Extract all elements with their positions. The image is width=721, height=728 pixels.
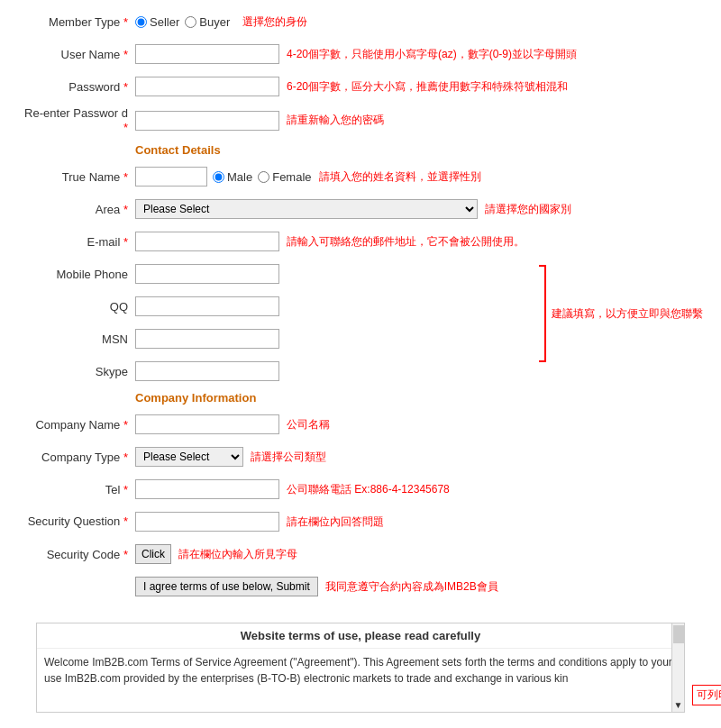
username-hint: 4-20個字數，只能使用小寫字母(az)，數字(0-9)並以字母開頭 — [287, 47, 577, 62]
company-name-hint: 公司名稱 — [287, 417, 330, 432]
tel-label: Tel * — [18, 483, 135, 496]
truename-input[interactable] — [135, 167, 207, 187]
male-radio[interactable] — [213, 171, 224, 183]
qq-input[interactable] — [135, 296, 279, 316]
member-type-group: Seller Buyer 選擇您的身份 — [135, 14, 307, 30]
scrollbar-down-arrow[interactable]: ▼ — [674, 700, 683, 710]
skype-input[interactable] — [135, 361, 279, 381]
email-input[interactable] — [135, 232, 279, 251]
company-name-input[interactable] — [135, 414, 279, 434]
terms-header: Website terms of use, please read carefu… — [37, 623, 684, 649]
member-type-hint: 選擇您的身份 — [242, 14, 307, 30]
msn-label: MSN — [18, 332, 135, 346]
buyer-radio-label[interactable]: Buyer — [185, 15, 230, 29]
email-label: E-mail * — [18, 235, 135, 249]
company-section-title: Company Information — [135, 391, 703, 405]
security-q-label: Security Question * — [18, 514, 135, 529]
bracket-hint: 建議填寫，以方便立即與您聯繫 — [552, 306, 703, 322]
seller-label: Seller — [150, 15, 179, 29]
area-select[interactable]: Please Select — [135, 199, 478, 219]
bracket-decoration — [539, 265, 546, 362]
mobile-label: Mobile Phone — [18, 268, 135, 281]
male-label: Male — [227, 170, 252, 184]
company-name-label: Company Name * — [18, 418, 135, 432]
terms-wrapper: Website terms of use, please read carefu… — [18, 623, 703, 713]
security-code-click-btn[interactable]: Click — [135, 544, 171, 564]
seller-radio[interactable] — [135, 16, 147, 28]
reenter-label: Re-enter Passwor d * — [18, 106, 135, 134]
company-type-select[interactable]: Please Select — [135, 447, 243, 467]
female-radio-label[interactable]: Female — [258, 170, 311, 184]
submit-button[interactable]: I agree terms of use below, Submit — [135, 577, 318, 596]
company-type-label: Company Type * — [18, 450, 135, 464]
email-hint: 請輸入可聯絡您的郵件地址，它不會被公開使用。 — [287, 234, 525, 250]
buyer-radio[interactable] — [185, 16, 196, 28]
scrollbar-thumb[interactable] — [673, 625, 684, 643]
security-q-hint: 請在欄位內回答問題 — [287, 514, 384, 530]
tel-hint: 公司聯絡電話 Ex:886-4-12345678 — [287, 482, 450, 497]
print-link[interactable]: 可列印版本 — [692, 685, 721, 705]
qq-label: QQ — [18, 300, 135, 314]
terms-body: Welcome ImB2B.com Terms of Service Agree… — [37, 649, 684, 712]
security-code-hint: 請在欄位內輸入所見字母 — [178, 547, 297, 562]
male-radio-label[interactable]: Male — [213, 170, 252, 184]
msn-input[interactable] — [135, 329, 279, 349]
skype-label: Skype — [18, 365, 135, 378]
submit-hint: 我同意遵守合約內容成為IMB2B會員 — [325, 579, 498, 595]
buyer-label: Buyer — [199, 15, 230, 29]
company-type-hint: 請選擇公司類型 — [251, 450, 326, 465]
reenter-hint: 請重新輸入您的密碼 — [287, 113, 384, 128]
female-radio[interactable] — [258, 171, 269, 183]
password-input[interactable] — [135, 77, 279, 96]
truename-hint: 請填入您的姓名資料，並選擇性別 — [319, 169, 481, 185]
gender-group: Male Female — [213, 170, 312, 184]
password-label: Password * — [18, 80, 135, 94]
security-q-input[interactable] — [135, 512, 279, 532]
terms-scrollbar[interactable]: ▼ — [671, 623, 684, 712]
female-label: Female — [272, 170, 311, 184]
area-hint: 請選擇您的國家別 — [485, 202, 571, 217]
terms-box: Website terms of use, please read carefu… — [36, 623, 685, 713]
area-label: Area * — [18, 203, 135, 216]
tel-input[interactable] — [135, 479, 279, 499]
member-type-label: Member Type * — [18, 15, 135, 29]
security-code-label: Security Code * — [18, 548, 135, 561]
seller-radio-label[interactable]: Seller — [135, 15, 179, 29]
reenter-input[interactable] — [135, 111, 279, 131]
truename-label: True Name * — [18, 170, 135, 184]
username-label: User Name * — [18, 48, 135, 61]
password-hint: 6-20個字數，區分大小寫，推薦使用數字和特殊符號相混和 — [287, 79, 568, 95]
username-input[interactable] — [135, 44, 279, 64]
contact-section-title: Contact Details — [135, 143, 703, 157]
mobile-input[interactable] — [135, 264, 279, 284]
